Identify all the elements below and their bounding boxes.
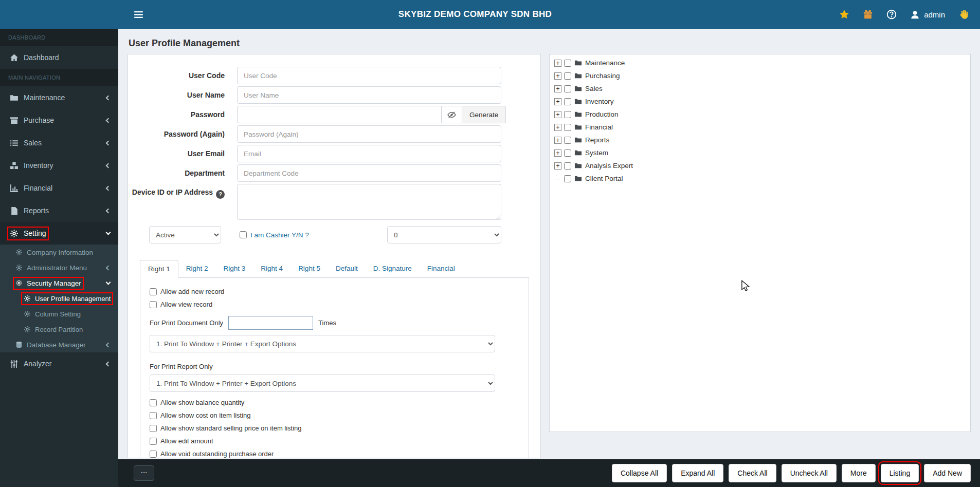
collapse-all-button[interactable]: Collapse All [612,464,667,482]
expand-plus-icon[interactable]: + [554,98,561,105]
user-icon [910,10,920,20]
sidebar-toggle-button[interactable] [128,0,149,29]
allow-show-balance-quantity-checkbox-label[interactable]: Allow show balance quantity [150,396,529,409]
help-icon[interactable] [886,9,897,20]
tree-checkbox-analysis-expert[interactable] [564,162,571,170]
password-input[interactable] [237,106,442,123]
cashier-checkbox[interactable] [240,231,247,238]
allow-add-new-record-checkbox-label[interactable]: Allow add new record [150,285,529,298]
sidebar-item-user-profile-management[interactable]: User Profile Management [0,291,118,306]
tab-right-4[interactable]: Right 4 [253,260,291,277]
tab-default[interactable]: Default [328,260,366,277]
tree-checkbox-inventory[interactable] [564,98,571,105]
tree-item-analysis-expert: + Analysis Expert [554,159,970,172]
tree-checkbox-purchasing[interactable] [564,72,571,80]
allow-show-standard-selling-price-checkbox-label[interactable]: Allow show standard selling price on ite… [150,422,529,435]
user-menu[interactable]: admin [910,10,945,20]
password-again-label: Password (Again) [128,130,237,138]
user-name-label: User Name [128,91,237,99]
cashier-checkbox-label[interactable]: I am Cashier Y/N ? [240,231,309,239]
allow-add-new-record-checkbox[interactable] [150,288,157,295]
sidebar-item-record-partition[interactable]: Record Partition [0,322,118,337]
sidebar-item-maintenance[interactable]: Maintenance [0,86,118,109]
sidebar-item-dashboard[interactable]: Dashboard [0,46,118,69]
allow-void-outstanding-po-checkbox-label[interactable]: Allow void outstanding purchase order [150,447,529,458]
expand-plus-icon[interactable]: + [554,111,561,118]
more-button[interactable]: More [842,464,876,482]
counter-select[interactable]: 0 [387,226,501,244]
chevron-left-icon [106,95,111,100]
gear-icon [15,264,23,271]
sidebar-item-sales[interactable]: Sales [0,132,118,154]
user-code-input[interactable] [237,67,501,84]
expand-plus-icon[interactable]: + [554,162,561,170]
module-tree-panel: + Maintenance + Purchasing + [549,54,971,432]
tree-checkbox-production[interactable] [564,111,571,118]
department-input[interactable] [237,164,501,182]
sidebar-item-security-manager[interactable]: Security Manager [0,275,118,291]
sidebar-item-inventory[interactable]: Inventory [0,154,118,177]
allow-show-cost-checkbox[interactable] [150,412,157,419]
allow-edit-amount-checkbox[interactable] [150,438,157,445]
help-badge-icon[interactable]: ? [216,190,225,199]
app-root: SKYBIZ DEMO COMPANY SDN BHD admin DASHBO… [0,0,980,487]
tab-right-2[interactable]: Right 2 [178,260,216,277]
check-all-button[interactable]: Check All [729,464,776,482]
allow-show-balance-quantity-checkbox[interactable] [150,399,157,406]
expand-plus-icon[interactable]: + [554,60,561,67]
sidebar-item-reports[interactable]: Reports [0,199,118,222]
tree-checkbox-reports[interactable] [564,137,571,144]
sidebar-item-administrator-menu[interactable]: Administrator Menu [0,260,118,275]
hand-icon[interactable] [958,9,969,20]
tab-financial[interactable]: Financial [420,260,463,277]
allow-edit-amount-checkbox-label[interactable]: Allow edit amount [150,435,529,447]
more-options-button[interactable]: ... [134,465,154,481]
allow-void-outstanding-po-checkbox[interactable] [150,451,157,458]
tree-checkbox-sales[interactable] [564,85,571,92]
expand-all-button[interactable]: Expand All [672,464,723,482]
gift-icon[interactable] [863,9,873,20]
sidebar-item-purchase[interactable]: Purchase [0,109,118,132]
tree-checkbox-system[interactable] [564,149,571,157]
expand-plus-icon[interactable]: + [554,137,561,144]
allow-view-record-checkbox[interactable] [150,301,157,308]
sidebar-item-column-setting[interactable]: Column Setting [0,306,118,322]
expand-plus-icon[interactable]: + [554,72,561,80]
setting-submenu: Company Information Administrator Menu S… [0,245,118,352]
print-document-option-select[interactable]: 1. Print To Window + Printer + Export Op… [150,335,495,352]
add-new-button[interactable]: Add New [924,464,971,482]
allow-view-record-checkbox-label[interactable]: Allow view record [150,298,529,311]
tree-checkbox-client-portal[interactable] [564,175,571,182]
star-icon[interactable] [839,9,849,20]
hamburger-icon [134,10,143,20]
expand-plus-icon[interactable]: + [554,149,561,157]
tree-checkbox-financial[interactable] [564,124,571,131]
print-report-option-select[interactable]: 1. Print To Window + Printer + Export Op… [150,374,495,392]
tab-right-1[interactable]: Right 1 [140,260,178,278]
gear-icon [15,279,23,287]
expand-plus-icon[interactable]: + [554,85,561,92]
sidebar-item-analyzer[interactable]: Analyzer [0,352,118,375]
sidebar-item-financial[interactable]: Financial [0,177,118,199]
allow-show-cost-checkbox-label[interactable]: Allow show cost on item listing [150,409,529,422]
username-label: admin [924,10,945,19]
tab-right-3[interactable]: Right 3 [216,260,253,277]
status-select[interactable]: Active [149,226,221,244]
print-times-input[interactable] [228,316,313,330]
user-email-input[interactable] [237,145,501,162]
uncheck-all-button[interactable]: Uncheck All [782,464,837,482]
sidebar-item-company-information[interactable]: Company Information [0,245,118,260]
password-again-input[interactable] [237,125,501,143]
generate-button[interactable]: Generate [462,106,506,123]
listing-button[interactable]: Listing [881,464,919,482]
allow-show-standard-selling-price-checkbox[interactable] [150,425,157,432]
show-password-button[interactable] [442,106,462,123]
tab-d-signature[interactable]: D. Signature [366,260,420,277]
tree-checkbox-maintenance[interactable] [564,60,571,67]
user-name-input[interactable] [237,86,501,104]
expand-plus-icon[interactable]: + [554,124,561,131]
sidebar-item-setting[interactable]: Setting [0,222,118,245]
tab-right-5[interactable]: Right 5 [291,260,328,277]
sidebar-item-database-manager[interactable]: Database Manager [0,337,118,352]
device-id-textarea[interactable] [237,184,501,220]
